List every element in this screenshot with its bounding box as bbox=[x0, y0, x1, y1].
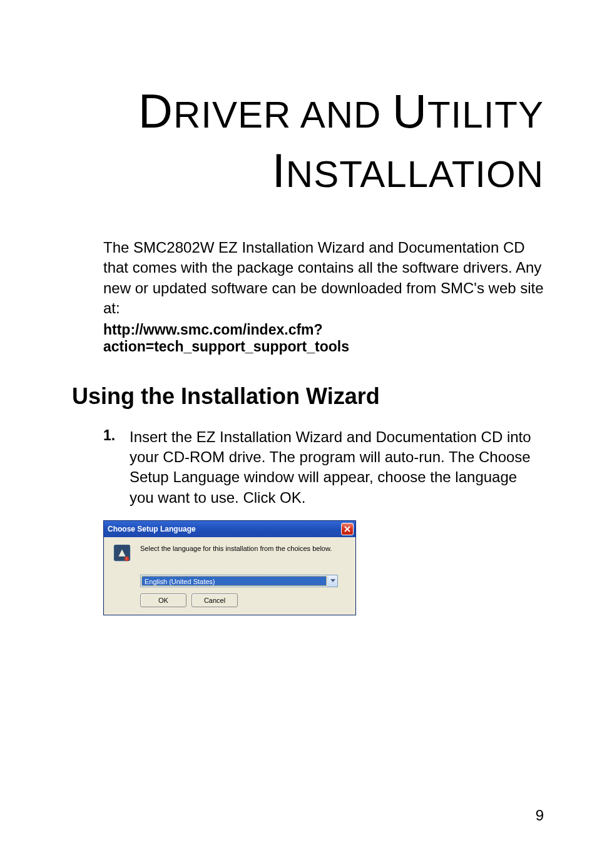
intro-paragraph: The SMC2802W EZ Installation Wizard and … bbox=[103, 238, 544, 319]
choose-setup-language-dialog: Choose Setup Language Select the languag… bbox=[103, 520, 356, 615]
language-select[interactable]: English (United States) bbox=[140, 575, 338, 587]
title-text-2: TILITY bbox=[427, 94, 544, 136]
dialog-title: Choose Setup Language bbox=[108, 525, 196, 533]
page-title: DRIVER AND UTILITY INSTALLATION bbox=[72, 81, 544, 200]
title-text-3: NSTALLATION bbox=[286, 153, 544, 195]
setup-icon bbox=[113, 543, 131, 562]
language-selected-value: English (United States) bbox=[141, 576, 327, 586]
title-cap-d: D bbox=[138, 84, 173, 138]
ok-button[interactable]: OK bbox=[140, 593, 186, 607]
dialog-body: Select the language for this installatio… bbox=[104, 537, 355, 615]
cancel-button[interactable]: Cancel bbox=[191, 593, 238, 607]
dialog-titlebar: Choose Setup Language bbox=[104, 521, 355, 537]
dialog-instruction-row: Select the language for this installatio… bbox=[113, 543, 347, 562]
support-url: http://www.smc.com/index.cfm?action=tech… bbox=[103, 321, 544, 355]
step-1: 1. Insert the EZ Installation Wizard and… bbox=[103, 427, 544, 508]
close-button[interactable] bbox=[341, 523, 354, 535]
title-cap-i: I bbox=[272, 144, 286, 197]
dialog-instruction-text: Select the language for this installatio… bbox=[140, 543, 332, 552]
close-icon bbox=[344, 526, 350, 532]
step-text: Insert the EZ Installation Wizard and Do… bbox=[130, 427, 544, 508]
step-number: 1. bbox=[103, 427, 130, 508]
dropdown-arrow[interactable] bbox=[327, 575, 337, 587]
section-heading: Using the Installation Wizard bbox=[72, 383, 544, 410]
dialog-button-row: OK Cancel bbox=[140, 593, 347, 607]
title-text-1: RIVER AND bbox=[173, 94, 392, 136]
page-number: 9 bbox=[536, 807, 544, 824]
title-cap-u: U bbox=[392, 84, 427, 138]
chevron-down-icon bbox=[330, 579, 335, 583]
